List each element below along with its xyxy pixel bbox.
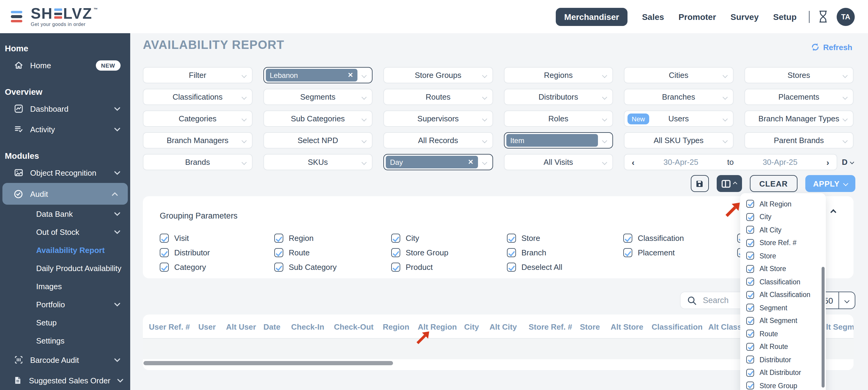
grouping-checkbox-region[interactable]: Region (274, 234, 313, 243)
checkbox-checked-icon[interactable] (274, 248, 283, 257)
column-header-store[interactable]: Store (580, 323, 600, 331)
filter-select-roles[interactable]: Roles (504, 110, 613, 127)
filter-select-segments[interactable]: Segments (263, 89, 373, 105)
checkbox-checked-icon[interactable] (160, 262, 169, 272)
grouping-checkbox-category[interactable]: Category (160, 262, 206, 272)
checkbox-checked-icon[interactable] (507, 234, 516, 243)
grouping-checkbox-sub-category[interactable]: Sub Category (274, 262, 337, 272)
sidebar-item-home[interactable]: HomeNEW (0, 55, 130, 76)
checkbox-checked-icon[interactable] (746, 356, 754, 364)
grouping-checkbox-branch[interactable]: Branch (507, 248, 546, 257)
checkbox-checked-icon[interactable] (746, 239, 754, 247)
checkbox-checked-icon[interactable] (746, 343, 754, 351)
nav-survey[interactable]: Survey (731, 12, 758, 22)
checkbox-checked-icon[interactable] (746, 252, 754, 260)
checkbox-checked-icon[interactable] (507, 248, 516, 257)
filter-select-branch-managers[interactable]: Branch Managers (143, 132, 252, 148)
sidebar-item-suggested-sales-order[interactable]: Suggested Sales Order (0, 370, 130, 390)
filter-select-lebanon[interactable]: Lebanon✕ (263, 67, 373, 83)
column-header-alt-city[interactable]: Alt City (490, 323, 517, 331)
checkbox-checked-icon[interactable] (160, 234, 169, 243)
grouping-checkbox-deselect-all[interactable]: Deselect All (507, 262, 562, 272)
filter-select-users[interactable]: NewUsers (624, 110, 733, 127)
checkbox-checked-icon[interactable] (507, 262, 516, 272)
filter-select-placements[interactable]: Placements (744, 89, 854, 105)
column-header-check-out[interactable]: Check-Out (334, 323, 373, 331)
menu-icon[interactable] (11, 11, 22, 23)
remove-icon[interactable]: ✕ (468, 158, 473, 166)
filter-select-sub-categories[interactable]: Sub Categories (263, 110, 373, 127)
columns-menu-item-alt-city[interactable]: Alt City (740, 223, 826, 236)
column-header-alt-region[interactable]: Alt Region (418, 323, 457, 331)
grouping-checkbox-store-group[interactable]: Store Group (391, 248, 448, 257)
column-header-alt-user[interactable]: Alt User (226, 323, 256, 331)
sidebar-item-images[interactable]: Images (0, 277, 130, 295)
columns-toggle-button[interactable] (716, 175, 742, 192)
collapse-panel-button[interactable] (831, 206, 835, 217)
column-header-store-ref[interactable]: Store Ref. # (529, 323, 572, 331)
nav-promoter[interactable]: Promoter (678, 12, 716, 22)
sidebar-item-setup[interactable]: Setup (0, 313, 130, 331)
sidebar-item-settings[interactable]: Settings (0, 331, 130, 350)
filter-select-all-records[interactable]: All Records (383, 132, 493, 148)
columns-menu-item-alt-store[interactable]: Alt Store (740, 262, 826, 275)
sidebar-item-audit[interactable]: Audit (2, 183, 128, 205)
columns-menu-item-city[interactable]: City (740, 211, 826, 223)
sidebar-item-object-recognition[interactable]: Object Recognition (0, 162, 130, 183)
filter-select-brands[interactable]: Brands (143, 154, 252, 170)
date-granularity-select[interactable]: D (842, 158, 854, 167)
date-from[interactable]: 30-Apr-25 (639, 158, 722, 167)
scrollbar-thumb[interactable] (144, 361, 393, 365)
dropdown-scrollbar-thumb[interactable] (822, 267, 825, 388)
checkbox-checked-icon[interactable] (623, 248, 632, 257)
columns-menu-item-store[interactable]: Store (740, 249, 826, 262)
filter-select-item[interactable]: Item (504, 132, 613, 148)
columns-menu-item-route[interactable]: Route (740, 327, 826, 340)
nav-sales[interactable]: Sales (642, 12, 664, 22)
columns-menu-item-alt-distributor[interactable]: Alt Distributor (740, 366, 826, 379)
filter-select-all-sku-types[interactable]: All SKU Types (624, 132, 733, 148)
column-header-user[interactable]: User (198, 323, 216, 331)
save-view-button[interactable] (690, 175, 709, 192)
columns-menu-item-store-ref[interactable]: Store Ref. # (740, 236, 826, 249)
grouping-checkbox-store[interactable]: Store (507, 234, 540, 243)
checkbox-checked-icon[interactable] (746, 200, 754, 208)
sidebar-item-dashboard[interactable]: Dashboard (0, 99, 130, 119)
column-header-classification[interactable]: Classification (652, 323, 703, 331)
avatar[interactable]: TA (837, 7, 855, 26)
checkbox-checked-icon[interactable] (391, 234, 400, 243)
checkbox-checked-icon[interactable] (746, 304, 754, 312)
filter-select-regions[interactable]: Regions (504, 67, 613, 83)
columns-menu-item-alt-region[interactable]: Alt Region (740, 197, 826, 211)
clear-button[interactable]: CLEAR (749, 175, 798, 192)
filter-select-day[interactable]: Day✕ (383, 154, 493, 170)
column-header-date[interactable]: Date (264, 323, 280, 331)
checkbox-checked-icon[interactable] (623, 234, 632, 243)
sidebar-item-out-of-stock[interactable]: Out of Stock (0, 223, 130, 241)
grouping-checkbox-distributor[interactable]: Distributor (160, 248, 210, 257)
filter-select-parent-brands[interactable]: Parent Brands (744, 132, 854, 148)
columns-menu-item-distributor[interactable]: Distributor (740, 353, 826, 366)
checkbox-checked-icon[interactable] (274, 262, 283, 272)
apply-button[interactable]: APPLY (805, 175, 855, 192)
filter-select-stores[interactable]: Stores (744, 67, 854, 83)
checkbox-checked-icon[interactable] (746, 278, 754, 286)
hourglass-icon[interactable] (818, 10, 828, 23)
grouping-checkbox-route[interactable]: Route (274, 248, 310, 257)
sidebar-item-barcode-audit[interactable]: Barcode Audit (0, 350, 130, 370)
column-header-check-in[interactable]: Check-In (291, 323, 324, 331)
columns-menu-item-classification[interactable]: Classification (740, 275, 826, 288)
sidebar-item-daily-product-availability[interactable]: Daily Product Availability (0, 259, 130, 277)
checkbox-checked-icon[interactable] (746, 291, 754, 299)
remove-icon[interactable]: ✕ (348, 71, 353, 79)
filter-select-select-npd[interactable]: Select NPD (263, 132, 373, 148)
nav-merchandiser[interactable]: Merchandiser (556, 7, 627, 26)
sidebar-item-data-bank[interactable]: Data Bank (0, 205, 130, 223)
column-header-city[interactable]: City (464, 323, 479, 331)
date-to[interactable]: 30-Apr-25 (738, 158, 821, 167)
filter-select-skus[interactable]: SKUs (263, 154, 373, 170)
column-header-user-ref[interactable]: User Ref. # (149, 323, 190, 331)
grouping-checkbox-city[interactable]: City (391, 234, 419, 243)
checkbox-checked-icon[interactable] (746, 369, 754, 377)
checkbox-checked-icon[interactable] (746, 226, 754, 234)
